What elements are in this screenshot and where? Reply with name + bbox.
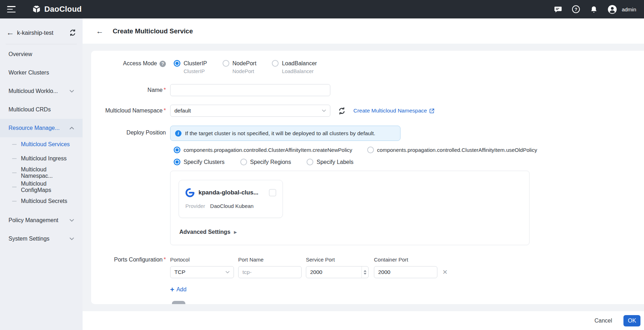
- cropped-toggle-pill[interactable]: [172, 301, 185, 304]
- help-icon[interactable]: ?: [572, 5, 580, 13]
- sidebar-item-multicloud-configmaps[interactable]: Multicloud ConfigMaps: [0, 180, 83, 194]
- namespace-select[interactable]: default: [170, 105, 330, 117]
- chevron-down-icon: [69, 219, 74, 222]
- radio-selected-icon: [174, 147, 180, 153]
- access-mode-option-loadbalancer[interactable]: LoadBalancer LoadBalancer: [272, 60, 317, 75]
- specify-labels-option[interactable]: Specify Labels: [307, 159, 353, 165]
- create-namespace-link[interactable]: Create Multicloud Namespace: [353, 108, 435, 114]
- cluster-card-name: kpanda-global-clus...: [198, 189, 258, 196]
- caret-right-icon: ▶: [234, 230, 237, 235]
- ok-button[interactable]: OK: [623, 315, 640, 326]
- cancel-button[interactable]: Cancel: [594, 318, 612, 324]
- port-name-input[interactable]: [238, 266, 302, 278]
- sidebar-item-multicloud-crds[interactable]: Multicloud CRDs: [0, 100, 83, 119]
- sidebar-item-worker-clusters[interactable]: Worker Clusters: [0, 64, 83, 82]
- namespace-select-value: default: [174, 108, 191, 114]
- cluster-card[interactable]: kpanda-global-clus... Provider DaoCloud …: [179, 180, 283, 218]
- chat-icon[interactable]: [554, 5, 562, 13]
- number-spinner[interactable]: [362, 266, 368, 278]
- specify-clusters-option[interactable]: Specify Clusters: [174, 159, 225, 165]
- namespace-label: Multicloud Namespace: [105, 108, 163, 114]
- protocol-column-header: Portocol: [170, 257, 238, 263]
- info-icon: i: [175, 130, 181, 137]
- radio-selected-icon: [174, 60, 180, 67]
- ports-configuration-label: Ports Configuration: [114, 257, 163, 263]
- policy-option-use-old[interactable]: components.propagation.controlled.Cluste…: [367, 147, 537, 153]
- sidebar-divider: [6, 44, 77, 44]
- dash-icon: [12, 187, 17, 188]
- sidebar-back-arrow-icon[interactable]: ←: [6, 29, 14, 37]
- dash-icon: [12, 158, 17, 159]
- main-area: ← Create Multicloud Service Access Mode …: [83, 18, 644, 330]
- radio-unselected-icon: [307, 159, 313, 165]
- service-port-input[interactable]: [306, 266, 369, 278]
- spinner-down-icon[interactable]: [364, 273, 366, 275]
- sidebar-item-system-settings[interactable]: System Settings: [0, 230, 83, 248]
- cluster-switch-icon[interactable]: [69, 29, 76, 36]
- remove-port-row-icon[interactable]: ✕: [442, 269, 448, 275]
- deploy-position-row: Deploy Position i If the target cluster …: [91, 126, 644, 257]
- sidebar-item-overview[interactable]: Overview: [0, 45, 83, 64]
- deploy-position-label: Deploy Position: [127, 130, 166, 136]
- cluster-checkbox[interactable]: [269, 189, 276, 196]
- access-mode-label: Access Mode: [123, 60, 157, 67]
- access-mode-sublabel: LoadBalancer: [282, 68, 317, 75]
- select-chevron-icon: [322, 109, 326, 112]
- access-mode-option-clusterip[interactable]: ClusterIP ClusterIP: [174, 60, 207, 75]
- cluster-logo-icon: [185, 188, 195, 197]
- plus-icon: +: [170, 286, 174, 293]
- chevron-up-icon: [69, 127, 74, 130]
- sidebar-item-policy-management[interactable]: Policy Management: [0, 211, 83, 230]
- radio-unselected-icon: [240, 159, 247, 165]
- protocol-select[interactable]: TCP: [170, 266, 234, 278]
- page-header: ← Create Multicloud Service: [83, 18, 644, 44]
- brand: DaoCloud: [32, 5, 82, 14]
- brand-name: DaoCloud: [44, 5, 82, 14]
- radio-unselected-icon: [223, 60, 229, 67]
- sidebar-item-multicloud-ingress[interactable]: Multicloud Ingress: [0, 152, 83, 166]
- required-asterisk: *: [164, 87, 166, 93]
- name-label: Name: [147, 87, 163, 93]
- access-mode-option-nodeport[interactable]: NodePort NodePort: [223, 60, 257, 75]
- sidebar: ← k-kairship-test Overview Worker Cluste…: [0, 18, 83, 330]
- chevron-down-icon: [69, 90, 74, 93]
- hamburger-menu-icon[interactable]: [7, 6, 16, 12]
- protocol-select-value: TCP: [174, 269, 185, 275]
- user-avatar-icon[interactable]: [607, 5, 617, 14]
- specify-regions-option[interactable]: Specify Regions: [240, 159, 291, 165]
- provider-value: DaoCloud Kubean: [210, 203, 254, 209]
- select-chevron-icon: [225, 271, 230, 274]
- cluster-name[interactable]: k-kairship-test: [17, 29, 54, 36]
- sidebar-item-multicloud-workloads[interactable]: Multicloud Worklo...: [0, 82, 83, 100]
- cluster-select-panel: kpanda-global-clus... Provider DaoCloud …: [170, 171, 530, 245]
- spinner-up-icon[interactable]: [364, 270, 366, 272]
- dash-icon: [12, 172, 17, 174]
- refresh-icon[interactable]: [338, 107, 346, 115]
- deploy-info-banner: i If the target cluster is not specified…: [170, 126, 401, 141]
- sidebar-item-multicloud-secrets[interactable]: Multicloud Secrets: [0, 194, 83, 208]
- advanced-settings-toggle[interactable]: Advanced Settings ▶: [179, 229, 237, 235]
- namespace-row: Multicloud Namespace* default Create Mul…: [91, 105, 644, 117]
- name-row: Name*: [91, 84, 644, 96]
- name-input[interactable]: [170, 84, 330, 96]
- page-title: Create Multicloud Service: [113, 27, 193, 35]
- sidebar-item-resource-management[interactable]: Resource Manage...: [0, 119, 83, 137]
- add-port-button[interactable]: + Add: [170, 286, 644, 293]
- provider-label: Provider: [185, 203, 205, 209]
- port-name-column-header: Port Name: [238, 257, 306, 263]
- user-name[interactable]: admin: [622, 6, 636, 12]
- access-mode-row: Access Mode ? ClusterIP ClusterIP NodePo…: [91, 60, 644, 75]
- chevron-down-icon: [69, 237, 74, 240]
- sidebar-item-multicloud-services[interactable]: Multicloud Services: [0, 137, 83, 152]
- notification-bell-icon[interactable]: [590, 5, 598, 13]
- form-card: Access Mode ? ClusterIP ClusterIP NodePo…: [91, 51, 644, 304]
- required-asterisk: *: [164, 257, 166, 263]
- radio-selected-icon: [174, 159, 180, 165]
- deploy-info-text: If the target cluster is not specified, …: [185, 130, 375, 137]
- page-back-arrow-icon[interactable]: ←: [96, 27, 103, 35]
- help-circle-icon[interactable]: ?: [159, 61, 166, 67]
- sidebar-item-multicloud-namespaces[interactable]: Multicloud Namespac...: [0, 166, 83, 180]
- dash-icon: [12, 201, 17, 202]
- policy-option-create-new[interactable]: components.propagation.controlled.Cluste…: [174, 147, 352, 153]
- container-port-input[interactable]: [374, 266, 437, 278]
